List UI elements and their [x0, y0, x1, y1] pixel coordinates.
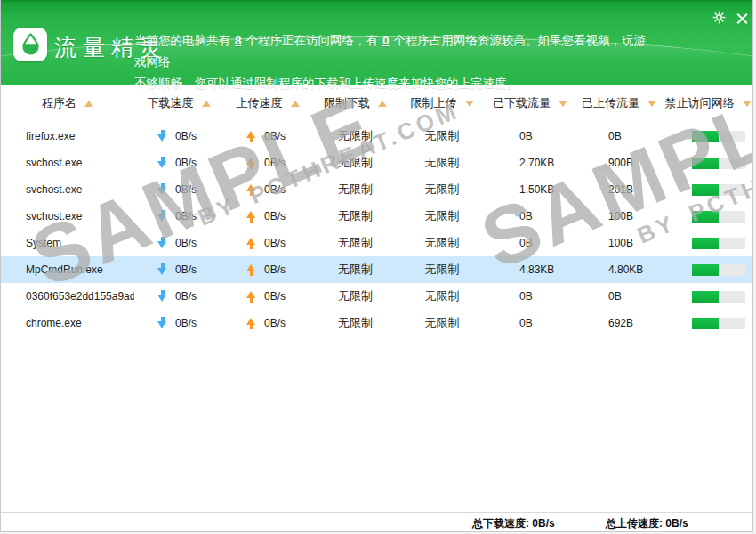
upload-arrow-icon: [246, 263, 256, 276]
download-speed-cell: 0B/s: [134, 263, 223, 276]
process-name: System: [1, 237, 134, 249]
block-network-toggle[interactable]: [692, 211, 745, 222]
block-network-toggle[interactable]: [692, 184, 745, 196]
sort-asc-icon: [202, 101, 211, 107]
limit-download-value: 无限制: [312, 235, 398, 251]
download-arrow-icon: [157, 237, 167, 249]
table-row[interactable]: System0B/s0B/s无限制无限制0B100B: [1, 230, 752, 256]
uploaded-total: 0B: [575, 290, 664, 303]
block-network-toggle[interactable]: [692, 264, 745, 276]
app-logo: [13, 28, 47, 61]
process-name: firefox.exe: [1, 130, 134, 142]
limit-download-value: 无限制: [312, 182, 398, 198]
downloaded-total: 4.83KB: [486, 263, 575, 276]
downloaded-total: 0B: [486, 290, 575, 303]
limit-upload-value: 无限制: [398, 182, 486, 198]
toggle-green-section: [692, 318, 719, 329]
block-network-toggle[interactable]: [692, 131, 745, 142]
app-header: 流量精灵 当前您的电脑共有8个程序正在访问网络，有0个程序占用网络资源较高。如果…: [1, 0, 752, 85]
downloaded-total: 1.50KB: [486, 183, 575, 196]
settings-button[interactable]: [710, 10, 728, 28]
table-row[interactable]: MpCmdRun.exe0B/s0B/s无限制无限制4.83KB4.80KB: [1, 256, 752, 283]
table-row[interactable]: svchost.exe0B/s0B/s无限制无限制2.70KB900B: [1, 150, 752, 176]
app-window: 流量精灵 当前您的电脑共有8个程序正在访问网络，有0个程序占用网络资源较高。如果…: [0, 0, 753, 532]
table-row[interactable]: firefox.exe0B/s0B/s无限制无限制0B0B: [1, 123, 752, 150]
limit-upload-value: 无限制: [398, 155, 486, 171]
process-name: MpCmdRun.exe: [1, 263, 134, 276]
block-network-toggle[interactable]: [692, 291, 745, 303]
toggle-green-section: [692, 131, 719, 142]
block-network-cell: [664, 238, 752, 249]
close-button[interactable]: [733, 10, 751, 28]
upload-speed-cell: 0B/s: [223, 210, 312, 222]
download-arrow-icon: [157, 317, 167, 329]
block-network-toggle[interactable]: [692, 238, 745, 249]
limit-download-value: 无限制: [312, 315, 398, 331]
block-network-cell: [664, 131, 752, 142]
upload-speed-cell: 0B/s: [223, 157, 312, 169]
upload-speed-cell: 0B/s: [223, 290, 312, 303]
download-arrow-icon: [157, 210, 167, 222]
column-label: 限制上传: [411, 95, 457, 111]
upload-arrow-icon: [246, 210, 256, 222]
downloaded-total: 0B: [486, 317, 575, 329]
limit-upload-value: 无限制: [398, 235, 486, 251]
column-label: 禁止访问网络: [665, 95, 735, 111]
close-icon: [736, 13, 748, 25]
download-arrow-icon: [157, 157, 167, 169]
limit-upload-value: 无限制: [398, 315, 486, 331]
column-header-6[interactable]: 已上传流量: [575, 95, 664, 111]
process-name: 0360f653e2dd155a9ad82: [1, 290, 134, 303]
high-usage-programs-count-link[interactable]: 0: [382, 34, 390, 47]
limit-download-value: 无限制: [312, 155, 398, 171]
total-download-speed: 总下载速度: 0B/s: [472, 516, 555, 531]
desc-text-4: 不够顺畅，您可以通过限制程序的下载和上传速度来加快您的上完速度。: [134, 77, 519, 90]
upload-arrow-icon: [246, 317, 256, 329]
uploaded-total: 4.80KB: [575, 263, 664, 276]
sort-desc-icon: [559, 101, 567, 107]
desc-text-2: 个程序正在访问网络，有: [246, 34, 379, 47]
block-network-toggle[interactable]: [692, 318, 745, 329]
column-header-5[interactable]: 已下载流量: [486, 95, 575, 111]
toggle-green-section: [692, 264, 719, 276]
table-row[interactable]: chrome.exe0B/s0B/s无限制无限制0B692B: [1, 310, 752, 336]
limit-download-value: 无限制: [312, 288, 398, 304]
column-header-7[interactable]: 禁止访问网络: [664, 95, 752, 111]
download-speed-cell: 0B/s: [134, 317, 223, 329]
column-header-0[interactable]: 程序名: [1, 95, 134, 111]
toggle-green-section: [692, 238, 719, 249]
active-programs-count-link[interactable]: 8: [235, 34, 242, 47]
column-header-2[interactable]: 上传速度: [223, 95, 312, 111]
uploaded-total: 201B: [575, 183, 664, 196]
limit-download-value: 无限制: [312, 128, 398, 144]
column-header-4[interactable]: 限制上传: [398, 95, 486, 111]
uploaded-total: 692B: [575, 317, 664, 329]
water-drop-icon: [19, 31, 43, 59]
downloaded-total: 0B: [486, 130, 575, 142]
column-label: 程序名: [42, 95, 76, 111]
download-arrow-icon: [157, 290, 167, 303]
download-speed-cell: 0B/s: [134, 157, 223, 169]
uploaded-total: 100B: [575, 237, 664, 249]
table-row[interactable]: 0360f653e2dd155a9ad820B/s0B/s无限制无限制0B0B: [1, 283, 752, 310]
column-header-1[interactable]: 下载速度: [134, 95, 223, 111]
gear-icon: [712, 10, 727, 28]
process-name: svchost.exe: [1, 157, 134, 169]
column-label: 限制下载: [324, 95, 370, 111]
table-row[interactable]: svchost.exe0B/s0B/s无限制无限制0B100B: [1, 203, 752, 230]
toggle-green-section: [692, 158, 719, 169]
download-arrow-icon: [157, 183, 167, 196]
block-network-toggle[interactable]: [692, 158, 745, 169]
column-header-3[interactable]: 限制下载: [312, 95, 398, 111]
header-description: 当前您的电脑共有8个程序正在访问网络，有0个程序占用网络资源较高。如果您看视频，…: [134, 30, 650, 94]
sort-asc-icon: [84, 101, 93, 107]
table-row[interactable]: svchost.exe0B/s0B/s无限制无限制1.50KB201B: [1, 176, 752, 203]
upload-arrow-icon: [246, 183, 256, 196]
toggle-green-section: [692, 184, 719, 196]
total-upload-speed: 总上传速度: 0B/s: [606, 516, 688, 531]
upload-speed-cell: 0B/s: [223, 183, 312, 196]
downloaded-total: 2.70KB: [486, 157, 575, 169]
sort-desc-icon: [647, 101, 656, 107]
limit-upload-value: 无限制: [398, 128, 486, 144]
table-header-row: 程序名下载速度上传速度限制下载限制上传已下载流量已上传流量禁止访问网络: [1, 89, 752, 117]
